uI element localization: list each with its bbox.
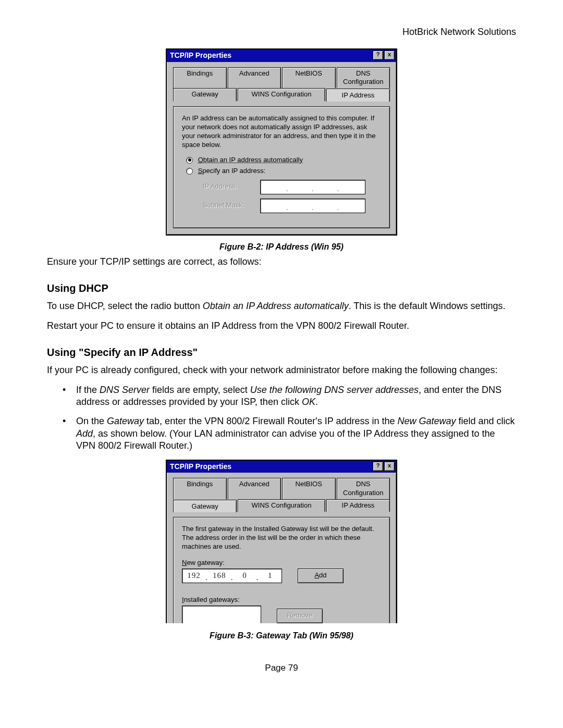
tab-gateway[interactable]: Gateway xyxy=(173,500,237,513)
figure-b2-wrap: TCP/IP Properties ? x Bindings Advanced … xyxy=(47,48,516,253)
tab-advanced[interactable]: Advanced xyxy=(228,478,282,499)
close-icon[interactable]: x xyxy=(384,51,395,60)
title-text: TCP/IP Properties xyxy=(170,462,231,471)
radio-obtain-auto-label: OObtain an IP address automaticallybtain… xyxy=(198,156,303,164)
figure-b2-caption: Figure B-2: IP Address (Win 95) xyxy=(47,242,516,253)
help-icon[interactable]: ? xyxy=(373,51,383,60)
tab-ip-address[interactable]: IP Address xyxy=(326,89,390,102)
new-gateway-input[interactable]: 192. 168. 0. 1 xyxy=(182,569,282,583)
header-company: HotBrick Network Solutions xyxy=(47,26,516,38)
ip-address-label: IP Address: xyxy=(203,182,253,191)
radio-obtain-auto[interactable]: OObtain an IP address automaticallybtain… xyxy=(186,156,381,165)
tab-netbios[interactable]: NetBIOS xyxy=(282,67,336,89)
list-item: If the DNS Server fields are empty, sele… xyxy=(63,384,516,409)
gateway-help-text: The first gateway in the Installed Gatew… xyxy=(182,525,381,551)
tab-panel-gateway: The first gateway in the Installed Gatew… xyxy=(173,517,390,623)
tab-netbios[interactable]: NetBIOS xyxy=(282,478,336,499)
radio-specify-label: Specify an IP address: xyxy=(198,167,266,175)
tab-bindings[interactable]: Bindings xyxy=(173,67,227,89)
ip-help-text: An IP address can be automatically assig… xyxy=(182,114,381,150)
tcpip-dialog-gateway: TCP/IP Properties ? x Bindings Advanced … xyxy=(166,460,397,623)
close-icon[interactable]: x xyxy=(384,462,395,471)
titlebar[interactable]: TCP/IP Properties ? x xyxy=(167,50,396,61)
specify-para1: If your PC is already configured, check … xyxy=(47,364,516,376)
specify-list: If the DNS Server fields are empty, sele… xyxy=(63,384,516,452)
dhcp-para1: To use DHCP, select the radio button Obt… xyxy=(47,300,516,312)
radio-dot-icon[interactable] xyxy=(186,168,193,175)
tab-wins-config[interactable]: WINS Configuration xyxy=(238,88,325,101)
heading-using-dhcp: Using DHCP xyxy=(47,281,516,295)
subnet-mask-label: Subnet Mask: xyxy=(203,201,253,210)
titlebar[interactable]: TCP/IP Properties ? x xyxy=(167,461,396,473)
tab-wins-config[interactable]: WINS Configuration xyxy=(238,499,325,512)
figure-b3-wrap: TCP/IP Properties ? x Bindings Advanced … xyxy=(47,460,516,641)
radio-specify[interactable]: Specify an IP address: xyxy=(186,167,381,176)
radio-dot-icon[interactable] xyxy=(186,157,193,164)
subnet-mask-input[interactable]: ... xyxy=(260,199,365,213)
dhcp-para2: Restart your PC to ensure it obtains an … xyxy=(47,320,516,332)
figure-b3-caption: Figure B-3: Gateway Tab (Win 95/98) xyxy=(47,631,516,641)
add-button[interactable]: Add xyxy=(298,569,344,583)
installed-gateways-list[interactable] xyxy=(182,606,261,623)
heading-using-specify: Using "Specify an IP Address" xyxy=(47,346,516,359)
installed-gateways-label: Installed gateways: xyxy=(182,596,381,604)
help-icon[interactable]: ? xyxy=(373,462,383,471)
tcpip-dialog-ipaddress: TCP/IP Properties ? x Bindings Advanced … xyxy=(166,48,397,236)
remove-button[interactable]: Remove xyxy=(277,609,323,623)
tab-panel-ip: An IP address can be automatically assig… xyxy=(173,106,390,228)
intro-line: Ensure your TCP/IP settings are correct,… xyxy=(47,256,516,268)
title-text: TCP/IP Properties xyxy=(170,51,231,60)
tab-advanced[interactable]: Advanced xyxy=(228,67,282,89)
page-number: Page 79 xyxy=(47,662,516,674)
list-item: On the Gateway tab, enter the VPN 800/2 … xyxy=(63,415,516,452)
tab-dns-config[interactable]: DNS Configuration xyxy=(337,478,390,499)
new-gateway-label: New gateway: xyxy=(182,559,381,567)
ip-address-input[interactable]: ... xyxy=(260,180,365,194)
tab-ip-address[interactable]: IP Address xyxy=(326,499,390,512)
tab-bindings[interactable]: Bindings xyxy=(173,478,227,499)
tab-gateway[interactable]: Gateway xyxy=(173,88,237,101)
tab-dns-config[interactable]: DNS Configuration xyxy=(337,67,390,89)
